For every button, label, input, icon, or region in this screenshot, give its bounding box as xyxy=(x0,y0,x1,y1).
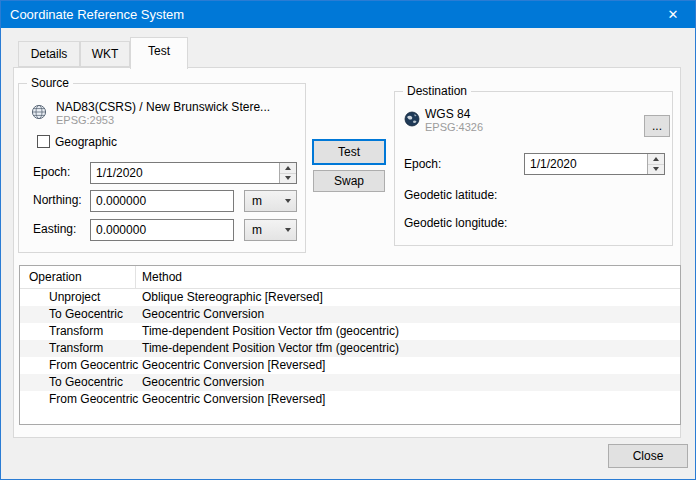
destination-epoch-value: 1/1/2020 xyxy=(525,157,577,171)
source-group: Source NAD83(CSRS) / New Brunswick Stere… xyxy=(18,83,306,253)
titlebar[interactable]: Coordinate Reference System xyxy=(0,0,696,28)
destination-epoch-spinner xyxy=(647,154,664,174)
browse-crs-button[interactable]: ... xyxy=(644,115,670,137)
geographic-checkbox-label[interactable]: Geographic xyxy=(55,135,117,149)
test-button[interactable]: Test xyxy=(312,139,386,165)
table-row[interactable]: To GeocentricGeocentric Conversion xyxy=(20,306,680,323)
northing-unit-combo[interactable]: m xyxy=(244,190,297,212)
method-cell: Oblique Stereographic [Reversed] xyxy=(136,289,680,306)
window-close-button[interactable]: ✕ xyxy=(650,0,696,28)
spin-up-button[interactable] xyxy=(280,163,296,173)
spin-up-button[interactable] xyxy=(648,154,664,164)
method-cell: Time-dependent Position Vector tfm (geoc… xyxy=(136,323,680,340)
table-row[interactable]: TransformTime-dependent Position Vector … xyxy=(20,323,680,340)
source-epoch-label: Epoch: xyxy=(33,165,70,179)
spin-down-button[interactable] xyxy=(648,164,664,175)
operations-table-header: Operation Method xyxy=(20,266,680,289)
table-row[interactable]: UnprojectOblique Stereographic [Reversed… xyxy=(20,289,680,306)
operation-cell: Unproject xyxy=(20,289,136,306)
operation-cell: To Geocentric xyxy=(20,374,136,391)
wireframe-globe-icon xyxy=(31,104,47,120)
crs-dialog: Coordinate Reference System ✕ Details WK… xyxy=(0,0,696,480)
northing-input[interactable]: 0.000000 xyxy=(90,190,234,212)
destination-epoch-input[interactable]: 1/1/2020 xyxy=(524,153,665,175)
destination-crs-name: WGS 84 xyxy=(425,107,470,121)
method-cell: Geocentric Conversion xyxy=(136,374,680,391)
destination-group-legend: Destination xyxy=(403,84,471,98)
column-header-operation[interactable]: Operation xyxy=(20,266,136,288)
source-epoch-value: 1/1/2020 xyxy=(91,166,143,180)
geodetic-latitude-label: Geodetic latitude: xyxy=(404,188,497,202)
tab-details[interactable]: Details xyxy=(18,41,80,67)
table-row[interactable]: TransformTime-dependent Position Vector … xyxy=(20,340,680,357)
up-arrow-icon xyxy=(285,166,291,170)
close-button[interactable]: Close xyxy=(608,444,688,468)
method-cell: Geocentric Conversion [Reversed] xyxy=(136,357,680,374)
easting-value: 0.000000 xyxy=(91,223,146,237)
combo-arrow-icon xyxy=(285,228,291,232)
source-crs-name: NAD83(CSRS) / New Brunswick Stere... xyxy=(56,100,270,114)
geographic-checkbox[interactable] xyxy=(37,135,50,148)
close-icon: ✕ xyxy=(668,8,679,21)
operation-cell: From Geocentric xyxy=(20,391,136,408)
source-epoch-spinner xyxy=(279,163,296,183)
down-arrow-icon xyxy=(285,176,291,180)
table-row[interactable]: From GeocentricGeocentric Conversion [Re… xyxy=(20,357,680,374)
operations-table: Operation Method UnprojectOblique Stereo… xyxy=(19,265,681,425)
method-cell: Geocentric Conversion [Reversed] xyxy=(136,391,680,408)
combo-arrow-icon xyxy=(285,199,291,203)
operation-cell: Transform xyxy=(20,340,136,357)
operation-cell: Transform xyxy=(20,323,136,340)
easting-input[interactable]: 0.000000 xyxy=(90,219,234,241)
source-group-legend: Source xyxy=(27,76,73,90)
easting-unit-value: m xyxy=(252,223,262,237)
window-title: Coordinate Reference System xyxy=(0,7,184,22)
table-row[interactable]: To GeocentricGeocentric Conversion xyxy=(20,374,680,391)
tab-test[interactable]: Test xyxy=(130,37,188,69)
destination-epoch-label: Epoch: xyxy=(404,157,441,171)
earth-globe-icon xyxy=(404,111,420,127)
table-row[interactable]: From GeocentricGeocentric Conversion [Re… xyxy=(20,391,680,408)
operation-cell: From Geocentric xyxy=(20,357,136,374)
destination-group: Destination WGS 84 EPSG:4326 ... Epoch: … xyxy=(394,91,673,246)
easting-unit-combo[interactable]: m xyxy=(244,219,297,241)
up-arrow-icon xyxy=(653,157,659,161)
northing-unit-value: m xyxy=(252,194,262,208)
swap-button[interactable]: Swap xyxy=(313,170,385,192)
test-tab-panel: Source NAD83(CSRS) / New Brunswick Stere… xyxy=(13,67,681,438)
method-cell: Time-dependent Position Vector tfm (geoc… xyxy=(136,340,680,357)
destination-crs-code: EPSG:4326 xyxy=(425,121,483,133)
tab-wkt[interactable]: WKT xyxy=(80,41,130,67)
easting-label: Easting: xyxy=(33,222,76,236)
down-arrow-icon xyxy=(653,167,659,171)
northing-value: 0.000000 xyxy=(91,194,146,208)
source-epoch-input[interactable]: 1/1/2020 xyxy=(90,162,297,184)
spin-down-button[interactable] xyxy=(280,173,296,184)
column-header-method[interactable]: Method xyxy=(136,266,680,288)
source-crs-code: EPSG:2953 xyxy=(56,114,114,126)
geodetic-longitude-label: Geodetic longitude: xyxy=(404,216,507,230)
method-cell: Geocentric Conversion xyxy=(136,306,680,323)
operation-cell: To Geocentric xyxy=(20,306,136,323)
northing-label: Northing: xyxy=(33,193,82,207)
operations-table-body: UnprojectOblique Stereographic [Reversed… xyxy=(20,289,680,408)
